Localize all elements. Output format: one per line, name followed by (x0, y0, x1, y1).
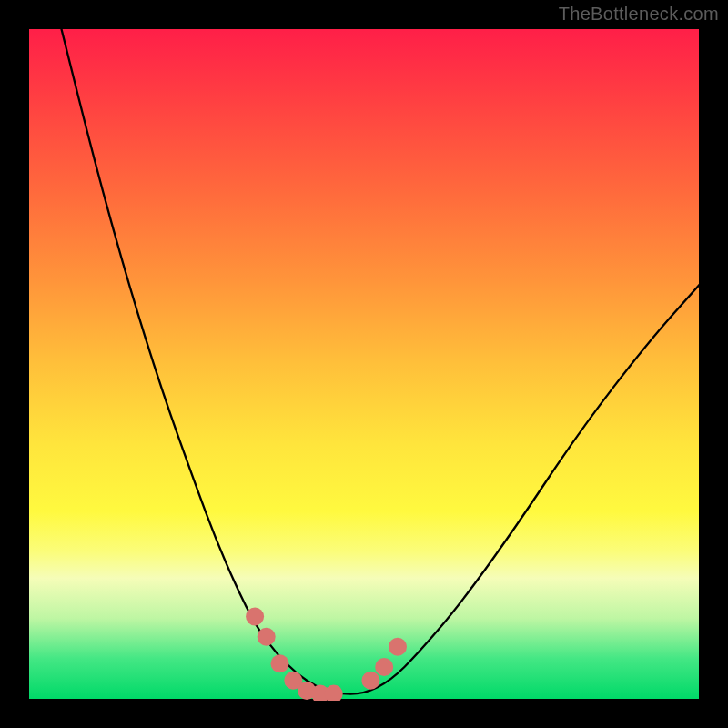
bottleneck-curve (61, 27, 701, 694)
data-marker (271, 654, 289, 672)
data-marker (375, 658, 393, 676)
data-marker (325, 685, 343, 701)
data-marker (258, 628, 276, 646)
marker-group (246, 608, 407, 702)
data-marker (246, 608, 264, 626)
data-marker (389, 638, 407, 656)
data-marker (361, 672, 379, 690)
watermark-text: TheBottleneck.com (559, 4, 719, 25)
chart-overlay (27, 27, 701, 701)
chart-stage: TheBottleneck.com (0, 0, 728, 728)
